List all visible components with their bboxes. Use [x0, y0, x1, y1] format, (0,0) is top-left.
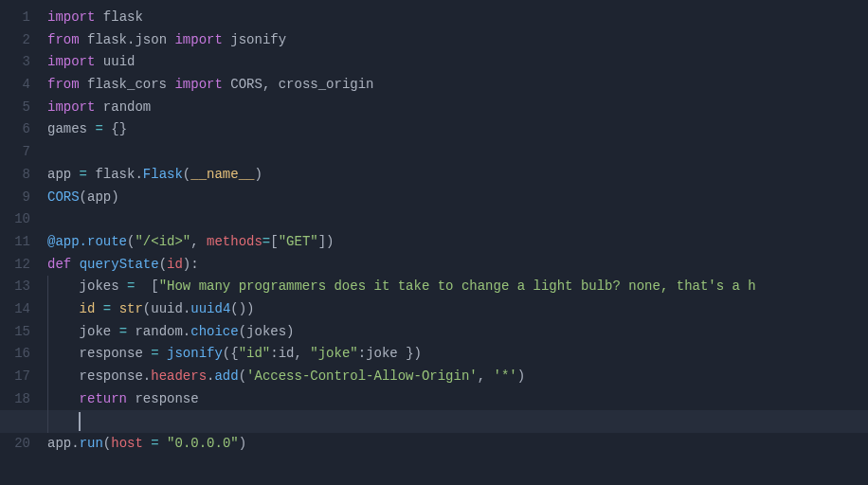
line-number: 8 [0, 164, 30, 187]
line-number: 7 [0, 141, 30, 164]
code-line[interactable]: jokes = ["How many programmers does it t… [47, 276, 868, 298]
line-number: 12 [0, 254, 30, 277]
code-line[interactable]: app.run(host = "0.0.0.0") [47, 433, 868, 456]
line-number: 15 [0, 321, 30, 344]
line-number: 9 [0, 187, 30, 209]
code-line[interactable]: app = flask.Flask(__name__) [47, 164, 868, 187]
line-number: 6 [0, 118, 30, 141]
line-number: 14 [0, 298, 30, 321]
line-number: 10 [0, 208, 30, 231]
code-line[interactable]: def queryState(id): [47, 254, 868, 277]
code-line[interactable] [47, 141, 868, 164]
line-number: 16 [0, 343, 30, 366]
line-number: 13 [0, 276, 30, 298]
line-number: 3 [0, 51, 30, 74]
line-number: 5 [0, 97, 30, 119]
cursor-icon [79, 412, 81, 431]
line-number: 20 [0, 433, 30, 456]
code-line[interactable]: joke = random.choice(jokes) [47, 321, 868, 344]
code-line[interactable] [47, 208, 868, 231]
code-line[interactable]: response.headers.add('Access-Control-All… [47, 366, 868, 388]
code-line[interactable]: id = str(uuid.uuid4()) [47, 298, 868, 321]
code-line[interactable]: games = {} [47, 118, 868, 141]
code-line[interactable]: import uuid [47, 51, 868, 74]
line-number: 2 [0, 29, 30, 52]
line-number: 18 [0, 388, 30, 411]
code-area[interactable]: import flask from flask.json import json… [47, 0, 868, 485]
line-number: 11 [0, 231, 30, 254]
line-number: 4 [0, 74, 30, 97]
code-editor[interactable]: 1 2 3 4 5 6 7 8 9 10 11 12 13 14 15 16 1… [0, 0, 868, 485]
code-line[interactable]: response = jsonify({"id":id, "joke":joke… [47, 343, 868, 366]
code-line[interactable]: import random [47, 97, 868, 119]
code-line[interactable]: @app.route("/<id>", methods=["GET"]) [47, 231, 868, 254]
line-number: 17 [0, 366, 30, 388]
code-line[interactable]: from flask_cors import CORS, cross_origi… [47, 74, 868, 97]
code-line[interactable]: CORS(app) [47, 187, 868, 209]
code-line[interactable]: return response [47, 388, 868, 411]
line-number: 1 [0, 7, 30, 29]
code-line-current[interactable] [47, 410, 868, 433]
code-line[interactable]: from flask.json import jsonify [47, 29, 868, 52]
code-line[interactable]: import flask [47, 7, 868, 29]
